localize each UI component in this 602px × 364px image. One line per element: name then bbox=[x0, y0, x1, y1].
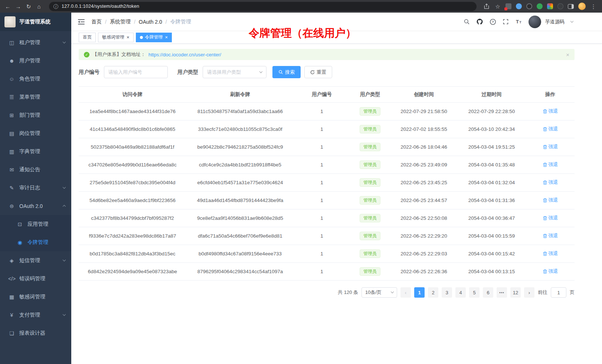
breadcrumb-item-1[interactable]: 首页 bbox=[91, 19, 102, 25]
user-type-tag: 管理员 bbox=[360, 178, 380, 187]
refresh-token-cell: 333ecfc71e02480cb11055c875c3ca0f bbox=[186, 120, 294, 138]
sidebar-item-error-code[interactable]: </>错误码管理 bbox=[0, 269, 71, 288]
fullscreen-icon[interactable] bbox=[503, 19, 509, 25]
browser-toolbar: ← → ↻ ⌂ i 127.0.0.1:1024/system/oauth2/t… bbox=[0, 0, 602, 13]
prev-page-button[interactable]: ‹ bbox=[400, 287, 411, 298]
breadcrumb-item-3[interactable]: OAuth 2.0 bbox=[139, 19, 162, 25]
force-logout-button[interactable]: 强退 bbox=[543, 232, 558, 239]
user-avatar[interactable] bbox=[529, 16, 541, 28]
site-info-icon[interactable]: i bbox=[53, 4, 58, 9]
alert-close-icon[interactable]: × bbox=[566, 52, 569, 58]
force-logout-button[interactable]: 强退 bbox=[543, 215, 558, 221]
sidebar-item-menu[interactable]: ☰菜单管理 bbox=[0, 88, 71, 106]
tab-token[interactable]: 令牌管理× bbox=[136, 33, 172, 42]
tab-close-icon[interactable]: × bbox=[165, 35, 168, 40]
user-type-select[interactable]: 请选择用户类型 bbox=[203, 66, 266, 78]
page-size-select[interactable]: 10条/页 bbox=[361, 287, 397, 298]
browser-reload-icon[interactable]: ↻ bbox=[25, 4, 32, 9]
refresh-token-cell: dfa6c71a50a54c66bef706ef9e6e8d81 bbox=[186, 227, 294, 245]
sidebar-item-oauth2-token[interactable]: ◉令牌管理 bbox=[0, 233, 71, 251]
sidebar-item-pay[interactable]: ¥支付管理 bbox=[0, 306, 71, 324]
sidebar-item-sms[interactable]: ◈短信管理 bbox=[0, 251, 71, 269]
force-logout-button[interactable]: 强退 bbox=[543, 126, 558, 132]
sidebar-item-role[interactable]: ☺角色管理 bbox=[0, 70, 71, 88]
extension-grid-icon[interactable] bbox=[506, 3, 511, 9]
extension-paw-icon[interactable] bbox=[557, 3, 563, 9]
jump-page-input[interactable] bbox=[551, 287, 566, 298]
sidebar-item-report-designer[interactable]: ❏报表设计器 bbox=[0, 324, 71, 342]
sidebar-item-oauth2-app[interactable]: ⊡应用管理 bbox=[0, 215, 71, 233]
sidebar-item-user[interactable]: ☻用户管理 bbox=[0, 52, 71, 70]
access-token-cell: c342377bf8b344799dcbf7bf095287f2 bbox=[79, 209, 186, 227]
create-time-cell: 2022-06-25 22:50:08 bbox=[390, 209, 457, 227]
browser-profile-avatar[interactable] bbox=[578, 3, 586, 10]
column-header-4: 用户类型 bbox=[350, 87, 390, 103]
sidebar-item-sensitive-word[interactable]: ▦敏感词管理 bbox=[0, 288, 71, 306]
doc-alert: ✓ 【用户体系】文档地址： https://doc.iocoder.cn/use… bbox=[79, 49, 575, 60]
page-button-4[interactable]: 4 bbox=[455, 287, 466, 298]
user-type-cell: 管理员 bbox=[350, 120, 390, 138]
user-type-tag: 管理员 bbox=[360, 249, 380, 258]
sidebar-item-dict[interactable]: ▥字典管理 bbox=[0, 142, 71, 161]
tab-home[interactable]: 首页 bbox=[79, 33, 96, 42]
browser-home-icon[interactable]: ⌂ bbox=[36, 4, 42, 9]
chevron-down-icon bbox=[63, 258, 66, 261]
address-bar[interactable]: i 127.0.0.1:1024/system/oauth2/token bbox=[49, 2, 477, 11]
sidebar-item-oauth2[interactable]: ⊜OAuth 2.0 bbox=[0, 197, 71, 215]
github-icon[interactable] bbox=[476, 18, 483, 25]
force-logout-button[interactable]: 强退 bbox=[543, 197, 558, 203]
sidebar-item-dept[interactable]: ⊞部门管理 bbox=[0, 106, 71, 124]
tab-close-icon[interactable]: × bbox=[127, 35, 130, 40]
page-button-12[interactable]: 12 bbox=[510, 287, 521, 298]
page-button-2[interactable]: 2 bbox=[428, 287, 438, 298]
force-logout-button[interactable]: 强退 bbox=[543, 250, 558, 257]
extension-green-icon[interactable] bbox=[537, 3, 543, 9]
column-header-3: 用户编号 bbox=[294, 87, 350, 103]
user-id-input[interactable] bbox=[104, 66, 168, 78]
sidebar-item-post[interactable]: ▤岗位管理 bbox=[0, 124, 71, 142]
browser-forward-icon[interactable]: → bbox=[15, 4, 22, 9]
search-form: 用户编号 用户类型 请选择用户类型 搜索 重置 bbox=[79, 66, 575, 78]
force-logout-button[interactable]: 强退 bbox=[543, 161, 558, 168]
svg-text:?: ? bbox=[492, 20, 494, 24]
collapse-menu-icon[interactable] bbox=[78, 19, 85, 25]
doc-link[interactable]: https://doc.iocoder.cn/user-center/ bbox=[148, 52, 221, 57]
browser-back-icon[interactable]: ← bbox=[4, 4, 11, 9]
user-name[interactable]: 芋道源码 bbox=[545, 19, 565, 25]
logo-avatar bbox=[4, 16, 16, 27]
next-page-button[interactable]: › bbox=[524, 287, 534, 298]
sidebar-item-label: 令牌管理 bbox=[27, 239, 48, 246]
extensions-puzzle-icon[interactable] bbox=[547, 3, 553, 9]
bookmark-star-icon[interactable]: ☆ bbox=[494, 4, 501, 9]
extension-blue-icon[interactable] bbox=[516, 3, 522, 9]
token-table: 访问令牌刷新令牌用户编号用户类型创建时间过期时间操作 1ea5e44f8bc14… bbox=[79, 86, 575, 281]
page-button-1[interactable]: 1 bbox=[414, 287, 425, 298]
force-logout-button[interactable]: 强退 bbox=[543, 179, 558, 186]
user-id-cell: 1 bbox=[294, 174, 350, 192]
extension-dark-icon[interactable] bbox=[526, 3, 532, 9]
browser-menu-icon[interactable]: ⋮ bbox=[590, 4, 597, 9]
force-logout-button[interactable]: 强退 bbox=[543, 268, 558, 275]
svg-text:T: T bbox=[516, 19, 519, 24]
reset-button[interactable]: 重置 bbox=[304, 66, 332, 78]
page-ellipsis[interactable]: ••• bbox=[497, 287, 507, 298]
page-button-6[interactable]: 6 bbox=[483, 287, 493, 298]
tab-sensitive-word[interactable]: 敏感词管理× bbox=[98, 33, 134, 42]
force-logout-button[interactable]: 强退 bbox=[543, 143, 558, 150]
force-logout-button[interactable]: 强退 bbox=[543, 108, 558, 115]
page-button-3[interactable]: 3 bbox=[442, 287, 452, 298]
help-icon[interactable]: ? bbox=[490, 19, 496, 25]
search-icon[interactable] bbox=[464, 19, 470, 25]
sidebar-item-notice[interactable]: ✉通知公告 bbox=[0, 161, 71, 179]
sidebar-item-audit-log[interactable]: ✎审计日志 bbox=[0, 179, 71, 197]
page-button-5[interactable]: 5 bbox=[469, 287, 480, 298]
breadcrumb-item-2[interactable]: 系统管理 bbox=[110, 19, 131, 25]
main-area: 令牌管理（在线用户） 首页/系统管理/OAuth 2.0/令牌管理 ? TT 芋… bbox=[71, 13, 602, 364]
search-button[interactable]: 搜索 bbox=[272, 66, 301, 78]
sidebar-item-tenant[interactable]: ◫租户管理 bbox=[0, 33, 71, 52]
breadcrumb-item-4: 令牌管理 bbox=[170, 19, 191, 25]
app-logo[interactable]: 芋道管理系统 bbox=[0, 13, 71, 31]
sidebar-toggle-icon[interactable] bbox=[568, 4, 574, 9]
font-size-icon[interactable]: TT bbox=[515, 19, 522, 25]
share-icon[interactable] bbox=[483, 3, 490, 9]
